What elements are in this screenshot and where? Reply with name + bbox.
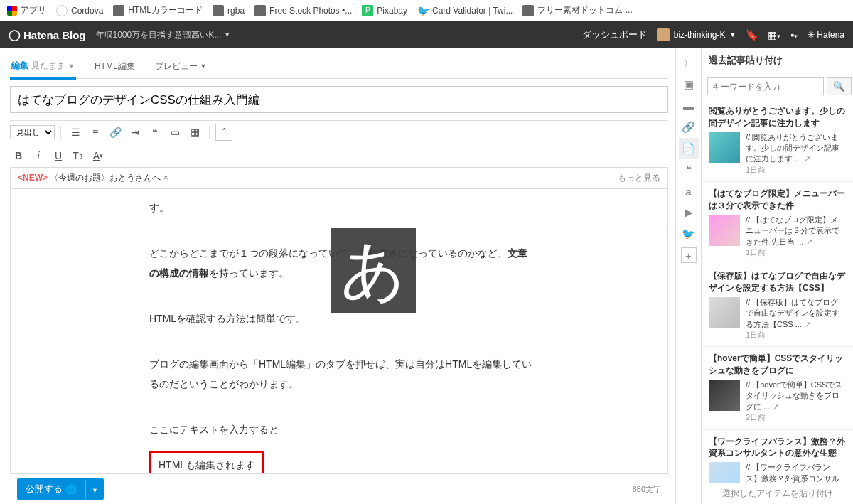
article-thumbnail [709, 462, 740, 483]
article-thumbnail [709, 380, 740, 411]
avatar [657, 28, 670, 41]
tab-edit[interactable]: 編集 見たまま ▼ [10, 57, 76, 80]
bookmark-label: Card Validator | Twi... [432, 6, 513, 16]
external-link-icon[interactable]: ↗ [773, 402, 779, 411]
toolbar: 見出し ☰ ≡ 🔗 ⇥ ❝ ▭ ▦ ˄ [10, 120, 668, 144]
grid-icon[interactable]: ▦▾ [768, 29, 780, 41]
table-icon[interactable]: ▦ [186, 124, 203, 141]
close-icon[interactable]: × [163, 173, 168, 183]
heading-select[interactable]: 見出し [10, 125, 55, 139]
tab-preview[interactable]: プレビュー ▼ [154, 57, 208, 78]
paragraph: ここにテキストを入力すると [149, 419, 532, 439]
bookmark-label: アプリ [21, 4, 46, 16]
past-article-item[interactable]: 【ワークライフバランス】激務？外資系コンサルタントの意外な生態// 【ワークライ… [702, 430, 853, 483]
ul-icon[interactable]: ☰ [67, 124, 84, 141]
external-link-icon[interactable]: ↗ [806, 237, 812, 246]
add-icon[interactable]: + [681, 247, 697, 263]
ol-icon[interactable]: ≡ [87, 124, 104, 141]
paragraph: す。 [149, 198, 532, 218]
photo-icon[interactable]: ▣ [679, 74, 699, 95]
search-input[interactable] [707, 77, 824, 95]
right-sidebar: 〉 ▣ ▬ 🔗 📄 ❝ a ▶ 🐦 + 過去記事貼り付け 🔍 閲覧ありがとうござ… [675, 48, 853, 504]
past-article-item[interactable]: 閲覧ありがとうございます。少しの間デザイン記事に注力します// 閲覧ありがとうご… [702, 100, 853, 182]
ime-candidate-overlay: あ [331, 228, 416, 313]
color-icon[interactable]: A▾ [90, 147, 107, 164]
chevron-up-icon[interactable]: ˄ [215, 124, 232, 141]
article-desc: // 【hoverで簡単】CSSでスタイリッシュな動きをブログに ...↗ [746, 380, 846, 412]
bold-icon[interactable]: B [10, 147, 27, 164]
bookmark-label: Pixabay [377, 6, 407, 16]
chevron-down-icon: ▼ [200, 63, 207, 70]
chat-icon[interactable]: ▪▾ [790, 29, 798, 41]
quote-icon[interactable]: ❝ [146, 124, 163, 141]
youtube-icon[interactable]: ▶ [679, 202, 699, 223]
past-article-item[interactable]: 【保存版】はてなブログで自由なデザインを設定する方法【CSS】// 【保存版】は… [702, 264, 853, 347]
article-time: 1日前 [746, 330, 846, 341]
collapse-icon[interactable]: 〉 [679, 53, 699, 74]
quote-icon[interactable]: ❝ [679, 159, 699, 181]
search-icon: 🔍 [833, 81, 845, 92]
external-link-icon[interactable]: ↗ [805, 320, 811, 328]
bookmark-item[interactable]: フリー素材ドットコム ... [522, 4, 632, 16]
highlighted-text: HTMLも編集されます [149, 451, 264, 474]
bookmarks-bar: アプリ CordovaHTMLカラーコードrgbaFree Stock Phot… [0, 0, 853, 21]
dashboard-link[interactable]: ダッシュボード [582, 28, 647, 41]
globe-icon: 🌐 [65, 484, 77, 495]
side-footer-button[interactable]: 選択したアイテムを貼り付け [702, 483, 853, 504]
category-icon[interactable]: ▬ [679, 95, 699, 117]
code-icon[interactable]: ▭ [166, 124, 183, 141]
chevron-down-icon: ▼ [224, 31, 230, 38]
article-title: 【はてなブログ限定】メニューバーは３分で表示できた件 [709, 188, 846, 212]
hatena-logo-icon: ◯ [9, 28, 21, 41]
user-menu[interactable]: biz-thinking-K ▼ [657, 28, 736, 41]
chevron-down-icon: ▼ [68, 63, 75, 70]
history-icon[interactable]: 📄 [679, 138, 699, 159]
title-input[interactable] [10, 86, 668, 113]
past-article-item[interactable]: 【hoverで簡単】CSSでスタイリッシュな動きをブログに// 【hoverで簡… [702, 347, 853, 429]
toolbar-row2: B i U T↕ A▾ [10, 144, 668, 168]
topic-bar: <NEW> 〈今週のお題〉おとうさんへ × もっと見る [10, 168, 668, 189]
article-title: 閲覧ありがとうございます。少しの間デザイン記事に注力します [709, 105, 846, 129]
readmore-icon[interactable]: ⇥ [127, 124, 144, 141]
bookmark-icon[interactable]: 🔖 [746, 29, 758, 41]
more-link[interactable]: もっと見る [618, 172, 660, 184]
underline-icon[interactable]: U [50, 147, 67, 164]
article-time: 1日前 [746, 165, 846, 176]
article-desc: // 【はてなブログ限定】メニューバーは３分で表示できた件 先日当 ...↗ [746, 215, 846, 247]
link-icon[interactable]: 🔗 [679, 117, 699, 138]
publish-dropdown[interactable]: ▼ [85, 480, 104, 499]
link-icon[interactable]: 🔗 [107, 124, 124, 141]
past-article-item[interactable]: 【はてなブログ限定】メニューバーは３分で表示できた件// 【はてなブログ限定】メ… [702, 182, 853, 264]
article-title: 【hoverで簡単】CSSでスタイリッシュな動きをブログに [709, 353, 846, 377]
article-desc: // 閲覧ありがとうございます。少しの間デザイン記事に注力します ...↗ [746, 132, 846, 165]
bookmark-label: フリー素材ドットコム ... [537, 4, 632, 16]
bookmark-item[interactable]: 🐦Card Validator | Twi... [417, 5, 513, 16]
amazon-icon[interactable]: a [679, 181, 699, 202]
external-link-icon[interactable]: ↗ [804, 154, 810, 163]
bookmark-item[interactable]: rgba [213, 5, 245, 16]
search-button[interactable]: 🔍 [827, 77, 852, 95]
blog-selector[interactable]: 年収1000万を目指す意識高いK... ▼ [96, 29, 231, 41]
tab-html[interactable]: HTML編集 [93, 57, 136, 78]
editor-tabs: 編集 見たまま ▼ HTML編集 プレビュー ▼ [10, 53, 668, 79]
bookmark-item[interactable]: PPixabay [362, 5, 407, 16]
bookmark-item[interactable]: Cordova [56, 5, 103, 16]
strike-icon[interactable]: T↕ [70, 147, 87, 164]
side-icon-rail: 〉 ▣ ▬ 🔗 📄 ❝ a ▶ 🐦 + [676, 48, 702, 504]
publish-button[interactable]: 公開する🌐 [17, 478, 85, 500]
article-desc: // 【保存版】はてなブログで自由なデザインを設定する方法【CSS ...↗ [746, 297, 846, 330]
hatena-link[interactable]: ✳ Hatena [808, 30, 844, 40]
bookmark-item[interactable]: HTMLカラーコード [113, 4, 203, 16]
article-time: 2日前 [746, 412, 846, 423]
content-editor[interactable]: す。 どこからどこまでが１つの段落になっていて、箇条書きになっているのかなど、文… [10, 189, 668, 474]
topic-text: 〈今週のお題〉おとうさんへ [50, 173, 161, 183]
bookmark-item[interactable]: Free Stock Photos •... [254, 5, 352, 16]
italic-icon[interactable]: i [30, 147, 47, 164]
bookmark-apps[interactable]: アプリ [7, 4, 46, 16]
bookmark-favicon [522, 5, 534, 16]
hatena-blog-logo[interactable]: ◯ Hatena Blog [9, 28, 86, 41]
hatena-logo-text: Hatena Blog [23, 29, 86, 41]
twitter-icon[interactable]: 🐦 [679, 223, 699, 245]
bookmark-label: HTMLカラーコード [128, 4, 203, 16]
bookmark-favicon [254, 5, 266, 16]
